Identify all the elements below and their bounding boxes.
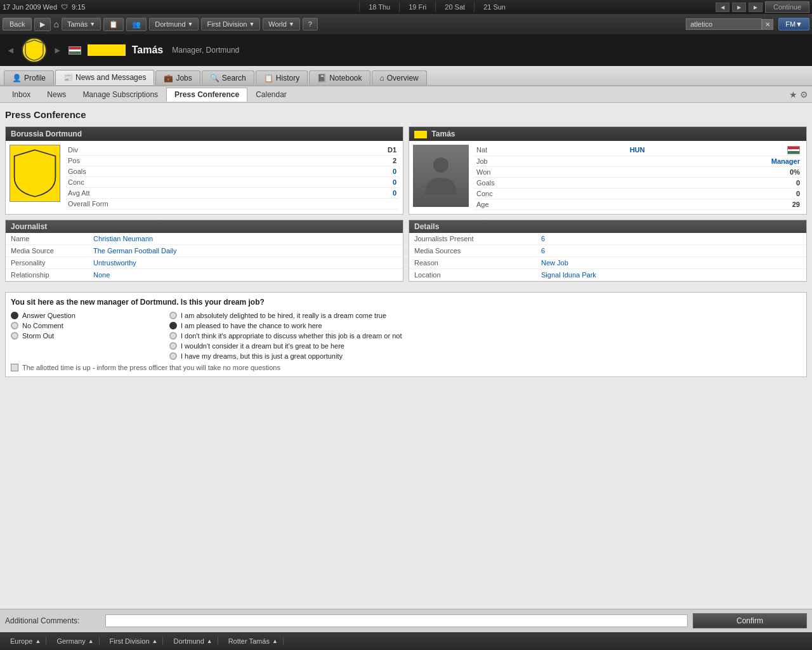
additional-input[interactable] [105, 614, 688, 627]
sub-tab-calendar[interactable]: Calendar [247, 88, 295, 102]
tab-jobs[interactable]: 💼Jobs [155, 70, 200, 85]
main-content: Press Conference Borussia Dortmund DivD1… [0, 103, 812, 632]
radio-opt4[interactable] [169, 342, 177, 350]
status-item[interactable]: Rotter Tamás▲ [223, 637, 284, 645]
sub-tab-inbox[interactable]: Inbox [4, 88, 39, 102]
radio-label-answer: Answer Question [22, 312, 75, 319]
details-key: Journalists Present [414, 235, 541, 242]
squad-nav[interactable]: 👥 [126, 18, 147, 31]
stat-label: Conc [68, 178, 84, 186]
prev-arrow[interactable]: ◄ [716, 3, 730, 12]
status-arrow-icon: ▲ [35, 638, 41, 644]
status-item[interactable]: First Division▲ [105, 637, 164, 645]
status-item[interactable]: Germany▲ [51, 637, 99, 645]
manager-stat-row: Goals0 [474, 178, 802, 189]
day-item: 18 Thu [359, 2, 399, 12]
additional-comments-bar: Additional Comments: Confirm [0, 609, 812, 632]
fast-forward[interactable]: ► [749, 3, 763, 12]
details-value: Signal Iduna Park [541, 271, 596, 279]
division-nav[interactable]: First Division ▼ [201, 18, 260, 30]
radio-opt5[interactable] [169, 352, 177, 360]
tab-label-search: Search [222, 74, 246, 83]
radio-opt1[interactable] [169, 312, 177, 319]
day-item: 21 Sun [474, 2, 514, 12]
stat-label: Goals [68, 168, 86, 175]
settings-icon[interactable]: ⚙ [800, 90, 808, 100]
status-item-label: Germany [56, 637, 85, 645]
left-option-answer[interactable]: Answer Question [11, 312, 169, 319]
stat-label: Div [68, 146, 78, 154]
left-option-storm_out[interactable]: Storm Out [11, 332, 169, 340]
field-key: Personality [11, 259, 93, 267]
radio-no_comment[interactable] [11, 322, 18, 329]
question-box: You sit here as the new manager of Dortm… [5, 292, 807, 377]
manager-nav-name: Tamás [67, 20, 88, 28]
page-title: Press Conference [5, 108, 807, 121]
club-nav[interactable]: Dortmund ▼ [149, 18, 199, 30]
sub-tab-manage_subs[interactable]: Manage Subscriptions [74, 88, 166, 102]
journalist-header: Journalist [6, 220, 403, 233]
right-option-opt2[interactable]: I am pleased to have the chance to work … [169, 322, 801, 329]
flag-icon [787, 146, 800, 154]
status-item[interactable]: Dortmund▲ [168, 637, 218, 645]
right-option-opt4[interactable]: I wouldn't consider it a dream but it's … [169, 342, 801, 350]
status-item[interactable]: Europe▲ [5, 637, 46, 645]
allotted-checkbox[interactable] [11, 364, 18, 371]
details-field-row: ReasonNew Job [409, 257, 806, 269]
tab-search[interactable]: 🔍Search [202, 70, 254, 85]
manager-stat-label: Nat [476, 146, 487, 154]
details-field-row: Media Sources6 [409, 245, 806, 257]
manager-badge [22, 37, 47, 63]
back-button[interactable]: Back [3, 18, 32, 30]
continue-button[interactable]: Continue [765, 1, 809, 13]
right-option-opt1[interactable]: I am absolutely delighted to be hired, i… [169, 312, 801, 319]
stat-value: 0 [393, 178, 396, 186]
svg-point-0 [433, 157, 449, 173]
fm-menu-button[interactable]: FM▼ [778, 18, 809, 30]
next-arrow[interactable]: ► [732, 3, 746, 12]
tab-bar: 👤Profile📰News and Messages💼Jobs🔍Search📋H… [0, 66, 812, 86]
left-option-no_comment[interactable]: No Comment [11, 322, 169, 329]
stat-label: Pos [68, 157, 80, 164]
world-nav[interactable]: World ▼ [263, 18, 299, 30]
manager-card: Tamás NatHUN JobManagerWon0%Goals0Conc0A… [409, 126, 807, 215]
manager-nav[interactable]: Tamás ▼ [62, 18, 101, 30]
radio-opt2[interactable] [169, 322, 177, 329]
journalist-field-row: Media SourceThe German Football Daily [6, 245, 403, 257]
tab-icon-search: 🔍 [210, 74, 219, 83]
question-text: You sit here as the new manager of Dortm… [11, 298, 801, 307]
home-icon[interactable]: ⌂ [53, 19, 58, 29]
forward-button[interactable]: ▶ [34, 18, 51, 31]
confirm-button[interactable]: Confirm [693, 613, 807, 628]
radio-storm_out[interactable] [11, 332, 18, 340]
tab-news[interactable]: 📰News and Messages [55, 70, 154, 85]
tab-history[interactable]: 📋History [256, 70, 308, 85]
details-fields: Journalists Present6Media Sources6Reason… [409, 233, 806, 281]
details-key: Media Sources [414, 247, 541, 255]
search-input[interactable] [686, 18, 762, 30]
sub-tab-press_conf[interactable]: Press Conference [166, 88, 247, 102]
tab-overview[interactable]: ⌂Overview [372, 70, 427, 85]
manager-prev[interactable]: ◄ [6, 45, 15, 55]
tab-profile[interactable]: 👤Profile [4, 70, 54, 85]
tactics-nav[interactable]: 📋 [103, 18, 124, 31]
help-nav[interactable]: ? [303, 18, 318, 30]
manager-next[interactable]: ► [53, 45, 62, 55]
nav-bar: Back ▶ ⌂ Tamás ▼ 📋 👥 Dortmund ▼ First Di… [0, 14, 812, 34]
search-clear-button[interactable]: ✕ [762, 19, 773, 30]
manager-dropdown-arrow: ▼ [89, 21, 95, 27]
tab-label-jobs: Jobs [176, 74, 192, 83]
radio-answer[interactable] [11, 312, 18, 319]
radio-label-opt3: I don't think it's appropriate to discus… [181, 332, 402, 340]
right-option-opt3[interactable]: I don't think it's appropriate to discus… [169, 332, 801, 340]
tab-notebook[interactable]: 📓Notebook [309, 70, 370, 85]
top-time: 9:15 [72, 3, 85, 11]
right-options-col: I am absolutely delighted to be hired, i… [169, 312, 801, 360]
bookmark-icon[interactable]: ★ [789, 90, 797, 100]
journalist-field-row: NameChristian Neumann [6, 233, 403, 245]
club-nav-name: Dortmund [155, 20, 185, 28]
sub-tab-news[interactable]: News [39, 88, 74, 102]
radio-opt3[interactable] [169, 332, 177, 340]
tab-label-news: News and Messages [75, 73, 146, 82]
right-option-opt5[interactable]: I have my dreams, but this is just a gre… [169, 352, 801, 360]
